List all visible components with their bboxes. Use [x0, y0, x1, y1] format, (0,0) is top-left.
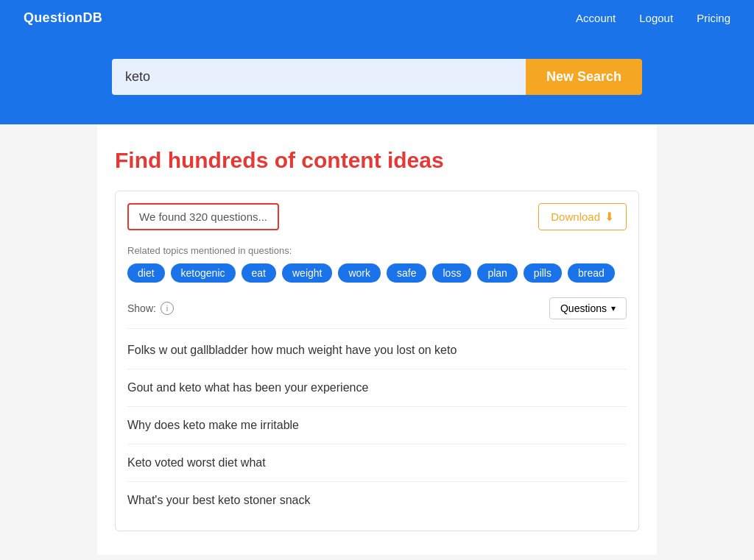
- tag-item[interactable]: pills: [524, 263, 562, 283]
- search-input[interactable]: [112, 59, 526, 95]
- nav-pricing[interactable]: Pricing: [697, 12, 730, 24]
- new-search-button[interactable]: New Search: [526, 59, 642, 95]
- tag-item[interactable]: eat: [242, 263, 276, 283]
- brand-logo: QuestionDB: [24, 10, 102, 26]
- tag-item[interactable]: loss: [432, 263, 471, 283]
- download-icon: ⬇: [605, 210, 614, 224]
- page-heading: Find hundreds of content ideas: [115, 148, 639, 173]
- nav-logout[interactable]: Logout: [639, 12, 673, 24]
- results-count-row: We found 320 questions... Download ⬇: [127, 203, 627, 230]
- download-button[interactable]: Download ⬇: [538, 203, 627, 230]
- related-topics-label: Related topics mentioned in questions:: [127, 245, 627, 256]
- tags-row: dietketogeniceatweightworksafelossplanpi…: [127, 263, 627, 283]
- questions-dropdown[interactable]: Questions ▾: [549, 297, 627, 319]
- tag-item[interactable]: work: [338, 263, 381, 283]
- tag-item[interactable]: plan: [477, 263, 517, 283]
- nav-account[interactable]: Account: [576, 12, 616, 24]
- tag-item[interactable]: weight: [282, 263, 332, 283]
- nav-links: Account Logout Pricing: [576, 12, 730, 24]
- dropdown-label: Questions: [560, 302, 607, 314]
- main-content: Find hundreds of content ideas We found …: [97, 124, 657, 555]
- tag-item[interactable]: safe: [387, 263, 426, 283]
- info-icon[interactable]: i: [161, 302, 174, 315]
- navbar: QuestionDB Account Logout Pricing: [0, 0, 754, 35]
- question-item[interactable]: Gout and keto what has been your experie…: [127, 369, 627, 407]
- search-bar: New Search: [112, 59, 642, 95]
- results-count: We found 320 questions...: [127, 203, 279, 230]
- tag-item[interactable]: ketogenic: [171, 263, 236, 283]
- tag-item[interactable]: bread: [568, 263, 615, 283]
- results-box: We found 320 questions... Download ⬇ Rel…: [115, 191, 639, 531]
- chevron-down-icon: ▾: [611, 303, 616, 313]
- question-item[interactable]: Folks w out gallbladder how much weight …: [127, 332, 627, 369]
- show-label: Show: i: [127, 302, 174, 315]
- show-row: Show: i Questions ▾: [127, 297, 627, 329]
- question-item[interactable]: Keto voted worst diet what: [127, 444, 627, 482]
- question-item[interactable]: What's your best keto stoner snack: [127, 482, 627, 519]
- question-item[interactable]: Why does keto make me irritable: [127, 407, 627, 444]
- tag-item[interactable]: diet: [127, 263, 165, 283]
- question-list: Folks w out gallbladder how much weight …: [127, 332, 627, 519]
- download-label: Download: [551, 210, 600, 223]
- search-hero: New Search: [0, 35, 754, 124]
